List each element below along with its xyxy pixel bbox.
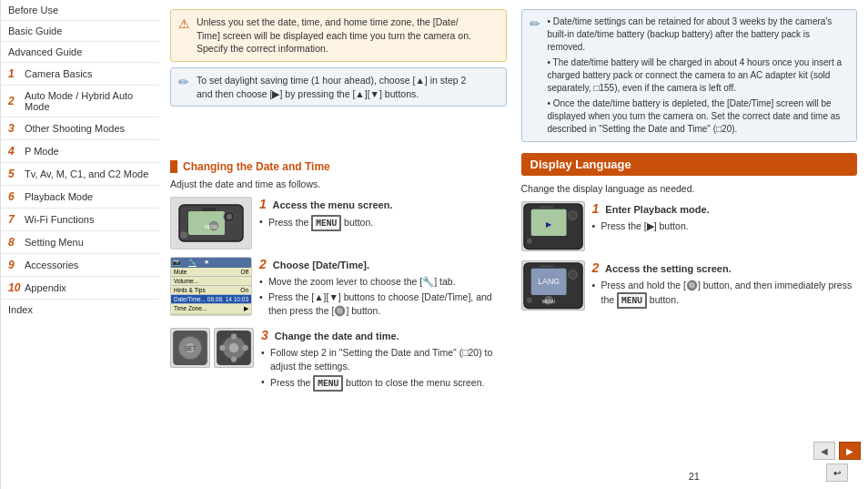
- sidebar-item-auto-mode-hybrid-auto-mode[interactable]: 2Auto Mode / Hybrid Auto Mode: [1, 86, 159, 117]
- sidebar-label-9: Appendix: [25, 282, 66, 293]
- dl-step1-num: 1: [592, 201, 600, 216]
- sidebar-num-5: 6: [8, 190, 21, 203]
- sidebar-num-6: 7: [8, 213, 21, 226]
- page-number: 21: [689, 471, 700, 482]
- sidebar-num-9: 10: [8, 281, 21, 294]
- changing-intro: Adjust the date and time as follows.: [170, 178, 507, 189]
- sidebar-num-3: 4: [8, 145, 21, 158]
- sidebar-item-advanced-guide[interactable]: Advanced Guide: [1, 42, 159, 63]
- sidebar-item-before-use[interactable]: Before Use: [1, 0, 159, 21]
- sidebar-label-8: Accessories: [25, 260, 78, 270]
- note2-text: To set daylight saving time (1 hour ahea…: [197, 75, 466, 99]
- svg-text:MENU: MENU: [542, 299, 556, 303]
- step1-image: MENU: [170, 197, 252, 250]
- svg-point-18: [229, 342, 239, 352]
- nav-prev-button[interactable]: ◀: [813, 442, 835, 460]
- svg-point-4: [180, 231, 187, 239]
- step2-title: 2 Choose [Date/Time].: [259, 257, 507, 271]
- dl-step-2: LANG MENU 2 Access the setting screen.: [521, 260, 858, 311]
- svg-point-14: [231, 333, 237, 339]
- note3-text: • Date/time settings can be retained for…: [548, 15, 848, 136]
- dl-step2-bullet1: Press and hold the [🔘] button, and then …: [592, 279, 858, 309]
- sidebar-basic-guide-label: Basic Guide: [8, 25, 62, 36]
- sidebar-item-setting-menu[interactable]: 8Setting Menu: [1, 231, 159, 254]
- step3-images-row: SET: [170, 328, 254, 368]
- sidebar-item-p-mode[interactable]: 4P Mode: [1, 140, 159, 163]
- svg-rect-30: [540, 265, 553, 269]
- main-content: ⚠ Unless you set the date, time, and hom…: [159, 0, 868, 489]
- step-3: SET: [170, 328, 507, 393]
- warning-icon: ⚠: [178, 15, 190, 34]
- svg-text:LANG: LANG: [538, 277, 560, 286]
- sidebar-item-wi-fi-functions[interactable]: 7Wi-Fi Functions: [1, 209, 159, 231]
- dl-step2-title: 2 Access the setting screen.: [592, 260, 858, 275]
- dl-step-1: ▶ 1 Enter Playback mode. Press the [▶] b…: [521, 201, 858, 251]
- sidebar: Before Use Basic Guide Advanced Guide 1C…: [0, 0, 159, 489]
- svg-point-22: [568, 211, 577, 220]
- sidebar-item-other-shooting-modes[interactable]: 3Other Shooting Modes: [1, 117, 159, 140]
- step2-num: 2: [259, 257, 267, 271]
- sidebar-num-1: 2: [8, 95, 21, 107]
- sidebar-label-3: P Mode: [25, 146, 59, 157]
- changing-section-heading: Changing the Date and Time: [170, 160, 507, 173]
- svg-point-16: [219, 345, 225, 351]
- dl-step1-image: ▶: [521, 201, 585, 251]
- step2-image: 📷🔧★ MuteOff Volume... Hints & TipsOn Dat…: [170, 257, 252, 316]
- sidebar-num-8: 9: [8, 259, 21, 271]
- sidebar-item-camera-basics[interactable]: 1Camera Basics: [1, 63, 159, 86]
- sidebar-label-5: Playback Mode: [25, 191, 93, 202]
- svg-point-17: [242, 345, 247, 351]
- sidebar-label-7: Setting Menu: [25, 237, 84, 248]
- sidebar-item-index[interactable]: Index: [1, 300, 159, 320]
- sidebar-label-4: Tv, Av, M, C1, and C2 Mode: [25, 168, 148, 179]
- nav-next-button[interactable]: ▶: [839, 442, 861, 460]
- sidebar-item-playback-mode[interactable]: 6Playback Mode: [1, 186, 159, 209]
- pencil-icon-1: ✏: [178, 74, 189, 92]
- step1-bullet1: Press the MENU button.: [259, 215, 507, 231]
- svg-text:▶: ▶: [546, 220, 552, 229]
- step3-num: 3: [261, 328, 268, 342]
- display-language-header: Display Language: [521, 153, 858, 176]
- sidebar-label-1: Auto Mode / Hybrid Auto Mode: [25, 90, 152, 112]
- step3-images: SET: [170, 328, 254, 368]
- step-1: MENU 1 Access the menu screen. Press the…: [170, 197, 507, 250]
- sidebar-advanced-guide-label: Advanced Guide: [8, 46, 82, 57]
- step3-bullet2: Press the MENU button to close the menu …: [261, 375, 507, 392]
- pencil-icon-2: ✏: [530, 15, 540, 34]
- svg-text:SET: SET: [185, 345, 196, 351]
- dl-step1-title: 1 Enter Playback mode.: [592, 201, 858, 216]
- heading-bar: [170, 160, 177, 173]
- svg-point-29: [526, 298, 531, 303]
- step1-title: 1 Access the menu screen.: [259, 197, 507, 211]
- dl-step1-content: 1 Enter Playback mode. Press the [▶] but…: [592, 201, 858, 235]
- menu-button-repr-3: MENU: [617, 292, 647, 309]
- svg-point-3: [227, 214, 232, 219]
- step1-content: 1 Access the menu screen. Press the MENU…: [259, 197, 507, 233]
- step3-image-a: SET: [170, 328, 210, 368]
- sidebar-label-2: Other Shooting Modes: [25, 123, 125, 134]
- note-box-2: ✏ To set daylight saving time (1 hour ah…: [170, 67, 507, 107]
- sidebar-before-use-label: Before Use: [8, 5, 58, 15]
- svg-text:MENU: MENU: [205, 224, 218, 229]
- dl-step2-content: 2 Access the setting screen. Press and h…: [592, 260, 858, 311]
- step1-images: MENU: [170, 197, 252, 250]
- nav-return-button[interactable]: ↩: [826, 464, 848, 482]
- sidebar-num-0: 1: [8, 67, 21, 80]
- menu-button-repr-2: MENU: [313, 375, 343, 392]
- sidebar-item-appendix[interactable]: 10Appendix: [1, 277, 159, 300]
- sidebar-item-basic-guide[interactable]: Basic Guide: [1, 21, 159, 42]
- svg-rect-24: [540, 206, 553, 209]
- sidebar-item-accessories[interactable]: 9Accessories: [1, 254, 159, 277]
- sidebar-item-tv-av-m-c1-and-c2-mode[interactable]: 5Tv, Av, M, C1, and C2 Mode: [1, 163, 159, 186]
- sidebar-num-2: 3: [8, 122, 21, 135]
- step2-images: 📷🔧★ MuteOff Volume... Hints & TipsOn Dat…: [170, 257, 252, 316]
- sidebar-num-4: 5: [8, 168, 21, 180]
- dl-step1-bullet1: Press the [▶] button.: [592, 219, 858, 233]
- sidebar-label-0: Camera Basics: [25, 68, 93, 79]
- sidebar-label-6: Wi-Fi Functions: [25, 214, 94, 225]
- svg-rect-1: [188, 211, 225, 235]
- note1-text: Unless you set the date, time, and home …: [197, 16, 471, 54]
- dl-intro: Change the display language as needed.: [521, 183, 858, 194]
- note-box-3: ✏ • Date/time settings can be retained f…: [521, 9, 858, 142]
- svg-rect-5: [202, 208, 216, 211]
